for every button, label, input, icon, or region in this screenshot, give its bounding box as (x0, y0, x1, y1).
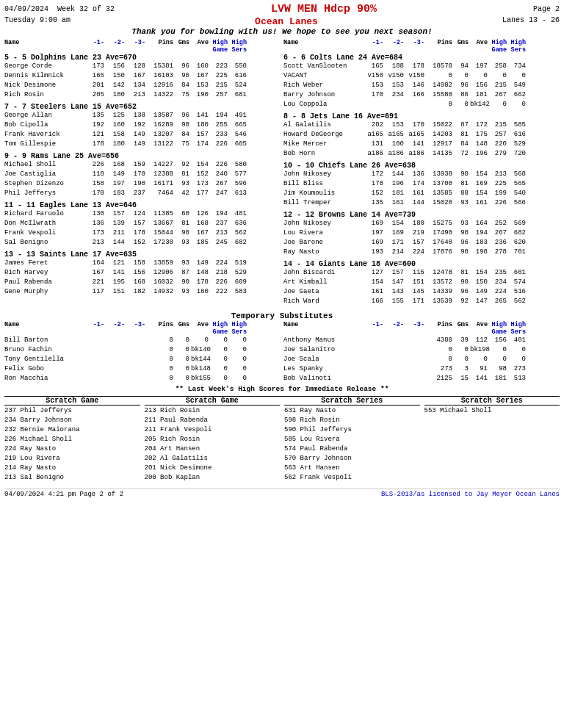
game1: 178 (364, 179, 385, 189)
pins: 16103 (147, 71, 175, 81)
game2 (106, 355, 126, 364)
gms: 93 (454, 198, 470, 208)
game1: a186 (364, 149, 385, 159)
ave: 168 (191, 219, 210, 228)
high-game: 234 (489, 278, 508, 287)
game2: 188 (385, 62, 405, 71)
game2: 144 (385, 170, 405, 179)
pins: 12388 (147, 170, 175, 179)
high-game: 194 (210, 209, 229, 219)
high-game: 255 (210, 120, 229, 130)
table-row: Joe Scala 0 0 0 0 0 (283, 355, 560, 364)
game2 (106, 374, 126, 383)
table-row: VACANT v150 v150 v150 0 0 0 0 0 (283, 71, 560, 81)
game1: 152 (364, 189, 385, 198)
game2: 141 (106, 268, 126, 278)
game3 (126, 355, 147, 364)
high-series: 665 (229, 120, 248, 130)
game1 (85, 374, 106, 383)
player-name: Ron Macchia (4, 374, 85, 383)
player-name: Barry Johnson (283, 90, 364, 100)
table-row: Frank Vespoli 173 211 178 15044 90 167 2… (4, 228, 281, 238)
pins: 16171 (147, 179, 175, 189)
game3: 192 (126, 120, 147, 130)
gms: 93 (175, 259, 191, 268)
gms: 3 (454, 364, 470, 374)
ave: 154 (470, 268, 489, 278)
right-teams-col: Name -1- -2- -3- Pins Gms Ave High Game … (283, 39, 560, 309)
ave: 180 (191, 120, 210, 130)
table-row: Stephen Dizenzo 158 197 190 16171 93 173… (4, 179, 281, 189)
game3 (126, 374, 147, 383)
high-game: 233 (210, 130, 229, 140)
table-row: John Biscardi 127 157 115 12478 81 154 2… (283, 268, 560, 278)
game1: 221 (85, 278, 106, 287)
ave: 177 (191, 189, 210, 198)
high-series: 636 (229, 219, 248, 228)
pins: 0 (147, 345, 175, 355)
game3: 178 (405, 62, 426, 71)
game3: 141 (405, 140, 426, 149)
game2: 153 (385, 120, 405, 130)
game1 (364, 355, 385, 364)
scratch-entry: 202 Al Galatilis (145, 454, 281, 464)
game1: 205 (85, 90, 106, 100)
game1 (85, 345, 106, 355)
game3: 170 (126, 170, 147, 179)
pins: 7464 (147, 189, 175, 198)
temp-subs-right: Anthony Manus 4380 39 112 156 401 Joe Sa… (283, 336, 560, 383)
col-hs: High Sers (229, 39, 248, 54)
game2: v150 (385, 71, 405, 81)
scratch-col-1: Scratch Game213 Rich Rosin211 Paul Raben… (145, 397, 281, 483)
player-name: Bill Tremper (283, 198, 364, 208)
table-row: Joe Gaeta 161 143 145 14339 96 149 224 5… (283, 287, 560, 297)
game3: 237 (126, 189, 147, 198)
high-series: 0 (229, 364, 248, 374)
table-row: Bruno Fachin 0 0 bk140 0 0 (4, 345, 281, 355)
game1: 201 (85, 81, 106, 90)
team-block: 13 - 13 Saints Lane 17 Ave=635 James Fer… (4, 251, 281, 297)
team-block: 10 - 10 Chiefs Lane 26 Ave=638 John Niko… (283, 162, 560, 208)
gms: 90 (175, 278, 191, 287)
high-series: 613 (229, 189, 248, 198)
high-game: 236 (489, 238, 508, 248)
table-row: Richard Faruolo 130 157 124 11385 60 126… (4, 209, 281, 219)
table-row: Bill Bliss 178 196 174 13700 81 169 225 … (283, 179, 560, 189)
scratch-entry: 574 Paul Rabenda (284, 444, 420, 454)
team-block: 9 - 9 Rams Lane 25 Ave=656 Michael Sholl… (4, 152, 281, 198)
game2: 180 (106, 90, 126, 100)
player-name: Bill Bliss (283, 179, 364, 189)
player-name: Sal Benigno (4, 238, 85, 248)
gms: 42 (175, 189, 191, 198)
scratch-entry: 213 Rich Rosin (145, 406, 281, 416)
table-row: Joe Castiglia 118 149 170 12388 81 152 2… (4, 170, 281, 179)
ave: 196 (470, 149, 489, 159)
table-row: Tom Gillespie 178 180 149 13122 75 174 2… (4, 140, 281, 149)
pins: 12478 (426, 268, 454, 278)
high-game: 213 (489, 170, 508, 179)
table-row: James Feret 164 121 158 13859 93 149 224… (4, 259, 281, 268)
col-g2-r: -2- (385, 39, 405, 54)
gms: 0 (175, 374, 191, 383)
thank-you-msg: Thank you for bowling with us! We hope t… (4, 27, 560, 36)
high-game: 267 (210, 179, 229, 189)
game2: 169 (385, 228, 405, 238)
pins: 0 (426, 355, 454, 364)
player-name: Don McIlwrath (4, 219, 85, 228)
game2 (106, 364, 126, 374)
high-game: 237 (210, 219, 229, 228)
high-series: 562 (508, 297, 527, 306)
gms: 84 (454, 140, 470, 149)
team-block: 12 - 12 Browns Lane 14 Ave=739 John Niko… (283, 211, 560, 257)
table-row: Frank Haverick 121 158 149 13207 84 157 … (4, 130, 281, 140)
game2 (385, 364, 405, 374)
scratch-col-title: Scratch Game (4, 397, 140, 406)
game3: 224 (405, 248, 426, 257)
game3: 145 (405, 287, 426, 297)
player-name: Joe Castiglia (4, 170, 85, 179)
game2: 139 (106, 219, 126, 228)
game1: a165 (364, 130, 385, 140)
high-series: 513 (508, 374, 527, 383)
game3: 174 (405, 179, 426, 189)
player-name: Al Galatilis (283, 120, 364, 130)
